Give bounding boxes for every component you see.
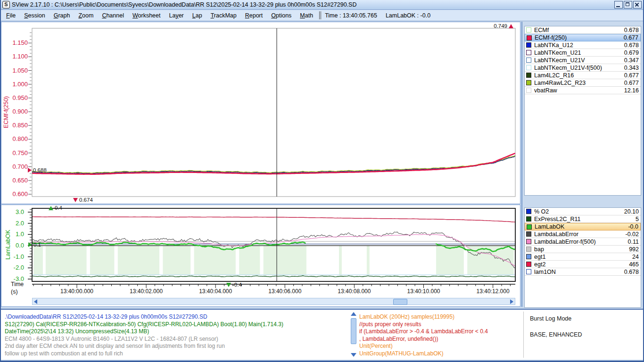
window-controls: [614, 1, 642, 8]
channel-color-swatch: [527, 35, 532, 41]
series-ecmf-f-250-: [32, 153, 515, 174]
channel-value: 0.679: [624, 49, 639, 56]
title-bar[interactable]: S SView 2.17.10 : C:\Users\Public\Docume…: [1, 0, 643, 10]
top-channel-list[interactable]: ECMf0.678ECMf-f(250)0.677LabNTKa_U120.67…: [524, 26, 641, 196]
log-info-line: S12(27290) Cal(RICESP-RR286-NTKcalibrati…: [5, 321, 283, 329]
channel-row[interactable]: LamLabOK-0.0: [525, 223, 641, 230]
channel-row[interactable]: ECMf-f(250)0.677: [525, 34, 641, 41]
channel-name: ECMf: [534, 27, 624, 33]
y-tick-label: 1.0: [2, 230, 24, 238]
log-info-line: DateTime(2025\2\14 13:32) UncompressedSi…: [5, 328, 149, 336]
valid-data-band: [436, 246, 464, 275]
cursor-right-triangle-icon: [28, 242, 32, 247]
channel-value: -0.02: [626, 231, 639, 238]
scroll-down-arrow-icon[interactable]: [351, 353, 356, 357]
channel-row[interactable]: LabNTKa_U120.678: [525, 41, 641, 49]
channel-row[interactable]: Lam4L2C_R160.677: [525, 72, 641, 79]
channel-value: 992: [629, 246, 639, 253]
channel-row[interactable]: ExPressL2C_R115: [525, 215, 641, 223]
scrollbar-thumb[interactable]: [393, 299, 407, 305]
y-tick-label: 3.0: [2, 208, 24, 215]
channel-color-swatch: [526, 42, 531, 48]
channel-name: lam1ON: [534, 269, 624, 275]
scrollbar-thumb[interactable]: [351, 318, 356, 344]
y-tick-label: -1.0: [2, 253, 24, 260]
channel-row[interactable]: egt2465: [525, 261, 641, 268]
valid-data-band: [163, 246, 190, 275]
max-up-triangle-icon: [509, 24, 513, 28]
menu-item-session[interactable]: Session: [20, 11, 49, 20]
menu-item-layer[interactable]: Layer: [165, 11, 188, 20]
series-lam4l2c-r16: [32, 156, 515, 174]
channel-color-swatch: [526, 239, 531, 244]
time-tick-label: 13:40:02.000: [124, 288, 168, 295]
series-ecmf: [32, 156, 515, 173]
channel-name: Lam4L2C_R16: [534, 72, 624, 79]
y-tick-label: 0.700: [3, 163, 28, 170]
channel-row[interactable]: ECMf0.678: [525, 26, 641, 34]
status-channel-value: LamLabOK : -0.0: [386, 12, 430, 19]
menu-item-file[interactable]: File: [2, 11, 20, 20]
y-tick-label: 0.650: [3, 177, 28, 184]
bottom-chart-panel[interactable]: LamLabOK 0.4 0.1 -0.4 Time (s) 3.02.01.0…: [1, 205, 520, 307]
channel-row[interactable]: LambdaLabError-f(500)0.11: [525, 238, 641, 246]
scroll-left-arrow-icon[interactable]: [34, 299, 37, 304]
channel-row[interactable]: LabNTKecm_U210.679: [525, 49, 641, 57]
menu-item-lap[interactable]: Lap: [188, 11, 206, 20]
channel-name: LabNTKecm_U21V-f(500): [534, 65, 624, 71]
channel-name: egt2: [534, 261, 629, 268]
channel-name: LabNTKa_U12: [534, 42, 624, 49]
valid-data-band: [339, 246, 342, 275]
series-labntka-u12: [32, 156, 515, 174]
channel-row[interactable]: bap992: [525, 246, 641, 253]
channel-value: 0.343: [624, 65, 639, 71]
bottom-chart-min-marker: -0.4: [226, 282, 242, 288]
channel-color-swatch: [526, 58, 531, 63]
series-labntkecm-u21: [32, 156, 515, 173]
channel-color-swatch: [526, 88, 531, 93]
time-tick-label: 13:40:10.000: [402, 288, 446, 295]
menu-item-worksheet[interactable]: Worksheet: [128, 11, 165, 20]
channel-row[interactable]: LabNTKecm_U21V-f(500)0.343: [525, 64, 641, 72]
menu-item-report[interactable]: Report: [241, 11, 267, 20]
y-tick-label: 0.750: [3, 149, 28, 156]
valid-data-band: [46, 246, 87, 275]
channel-row[interactable]: egt124: [525, 253, 641, 261]
log-info-line: ECM 4800 - 64S9-1813 V Autronic B1460 - …: [5, 336, 218, 343]
channel-row[interactable]: LambdaLabError-0.02: [525, 230, 641, 238]
menu-bar: FileSessionGraphZoomChannelWorksheetLaye…: [1, 10, 643, 21]
menu-item-graph[interactable]: Graph: [50, 11, 74, 20]
channel-row[interactable]: lam1ON0.678: [525, 268, 641, 276]
time-scrollbar[interactable]: [32, 298, 515, 305]
menu-item-trackmap[interactable]: TrackMap: [206, 11, 241, 20]
menu-item-math[interactable]: Math: [296, 11, 317, 20]
menu-item-zoom[interactable]: Zoom: [74, 11, 98, 20]
minimize-button[interactable]: [614, 1, 623, 8]
channel-value: 20.10: [624, 208, 639, 215]
top-chart-cursor-value-marker: 0.688: [28, 167, 47, 173]
scroll-right-arrow-icon[interactable]: [510, 299, 513, 304]
sview-window: S SView 2.17.10 : C:\Users\Public\Docume…: [0, 0, 644, 362]
channel-value: 12.16: [624, 87, 639, 94]
channel-row[interactable]: Lam4RawL2C_R230.677: [525, 79, 641, 87]
menu-item-options[interactable]: Options: [267, 11, 296, 20]
math-info-scrollbar[interactable]: [351, 312, 357, 357]
channel-row[interactable]: LabNTKecm_U21V0.347: [525, 57, 641, 64]
math-info-line: UnitGroup(MATHUG-LamLabOK): [359, 350, 444, 358]
valid-data-band: [264, 246, 306, 275]
channel-row[interactable]: % O220.10: [525, 208, 641, 215]
menu-item-channel[interactable]: Channel: [98, 11, 128, 20]
scroll-up-arrow-icon[interactable]: [351, 312, 356, 316]
channel-name: LamLabOK: [535, 223, 628, 230]
channel-value: 0.677: [624, 34, 638, 41]
bottom-channel-list[interactable]: % O220.10ExPressL2C_R115LamLabOK-0.0Lamb…: [524, 207, 641, 308]
menu-separator: [319, 11, 321, 19]
y-tick-label: -2.0: [2, 264, 24, 271]
y-tick-label: 0.0: [2, 242, 24, 249]
close-button[interactable]: [633, 1, 642, 8]
channel-color-swatch: [526, 65, 531, 70]
top-chart-panel[interactable]: ECMf-f(250) 0.749 0.688 0.674 1.1501.100…: [1, 22, 520, 204]
channel-row[interactable]: vbatRaw12.16: [525, 87, 641, 94]
channel-name: Lam4RawL2C_R23: [534, 80, 624, 86]
maximize-button[interactable]: [624, 1, 632, 8]
